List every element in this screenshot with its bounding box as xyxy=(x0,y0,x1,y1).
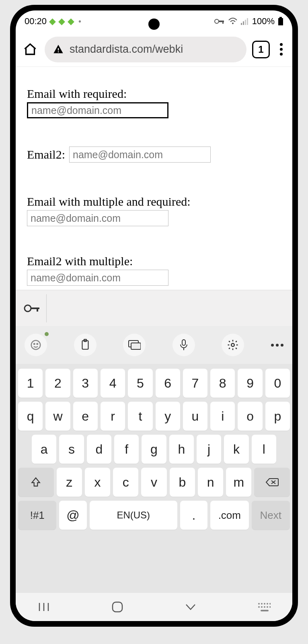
svg-point-24 xyxy=(232,343,235,347)
symbols-key[interactable]: !#1 xyxy=(18,501,56,530)
svg-point-36 xyxy=(258,606,260,608)
next-key[interactable]: Next xyxy=(252,501,290,530)
key-j[interactable]: j xyxy=(197,435,221,464)
notif-icon: ◆ xyxy=(68,16,74,27)
svg-rect-11 xyxy=(58,51,59,52)
svg-rect-14 xyxy=(37,308,38,312)
password-key-icon[interactable] xyxy=(22,298,42,318)
home-nav-button[interactable] xyxy=(105,601,129,613)
email-multiple-required-input[interactable] xyxy=(27,210,168,226)
clipboard-button[interactable] xyxy=(74,334,97,356)
key-1[interactable]: 1 xyxy=(18,369,43,398)
key-c[interactable]: c xyxy=(113,468,138,497)
dotcom-key[interactable]: .com xyxy=(210,501,248,530)
svg-rect-30 xyxy=(113,602,122,612)
key-u[interactable]: u xyxy=(183,402,207,431)
key-r[interactable]: r xyxy=(101,402,125,431)
key-7[interactable]: 7 xyxy=(183,369,207,398)
email-required-input[interactable] xyxy=(27,102,168,118)
key-2[interactable]: 2 xyxy=(45,369,70,398)
key-y[interactable]: y xyxy=(156,402,180,431)
password-suggest-bar xyxy=(16,290,292,326)
key-a[interactable]: a xyxy=(32,435,56,464)
menu-button[interactable] xyxy=(275,43,287,56)
space-key[interactable]: EN(US) xyxy=(90,501,177,530)
battery-icon xyxy=(278,17,283,26)
email2-input[interactable] xyxy=(69,147,211,163)
key-v[interactable]: v xyxy=(141,468,166,497)
period-key[interactable]: . xyxy=(180,501,207,530)
keyboard-switch-button[interactable] xyxy=(252,603,276,611)
key-4[interactable]: 4 xyxy=(101,369,125,398)
key-s[interactable]: s xyxy=(59,435,84,464)
tabs-button[interactable]: 1 xyxy=(252,41,270,58)
svg-point-16 xyxy=(34,343,35,345)
key-b[interactable]: b xyxy=(170,468,195,497)
key-t[interactable]: t xyxy=(128,402,152,431)
webpage-content: Email with required: Email2: Email with … xyxy=(16,67,292,290)
svg-point-31 xyxy=(258,603,260,605)
svg-rect-6 xyxy=(245,20,246,25)
key-e[interactable]: e xyxy=(73,402,98,431)
home-button[interactable] xyxy=(21,41,39,58)
svg-point-35 xyxy=(269,603,271,605)
recents-button[interactable] xyxy=(32,602,56,612)
key-f[interactable]: f xyxy=(114,435,139,464)
url-text: standardista.com/webki xyxy=(70,43,183,56)
back-button[interactable] xyxy=(179,603,203,611)
key-n[interactable]: n xyxy=(198,468,223,497)
svg-rect-41 xyxy=(261,610,269,611)
svg-point-40 xyxy=(269,606,271,608)
svg-rect-10 xyxy=(58,48,59,50)
front-camera xyxy=(148,19,160,30)
svg-rect-7 xyxy=(247,18,248,25)
key-5[interactable]: 5 xyxy=(128,369,152,398)
svg-rect-2 xyxy=(222,21,224,24)
toolbar-more-button[interactable] xyxy=(271,344,283,347)
field-label: Email with required: xyxy=(27,87,281,101)
field-label: Email with multiple and required: xyxy=(27,195,281,208)
key-0[interactable]: 0 xyxy=(265,369,290,398)
key-6[interactable]: 6 xyxy=(156,369,180,398)
key-h[interactable]: h xyxy=(169,435,194,464)
key-8[interactable]: 8 xyxy=(210,369,235,398)
browser-toolbar: standardista.com/webki 1 xyxy=(16,32,292,67)
svg-point-37 xyxy=(261,606,263,608)
key-l[interactable]: l xyxy=(252,435,276,464)
keyboard-mode-button[interactable] xyxy=(123,334,146,356)
url-bar[interactable]: standardista.com/webki xyxy=(45,37,246,62)
svg-rect-9 xyxy=(278,18,283,25)
svg-rect-4 xyxy=(241,23,242,25)
backspace-key[interactable] xyxy=(254,468,290,497)
key-o[interactable]: o xyxy=(238,402,262,431)
key-q[interactable]: q xyxy=(18,402,43,431)
shift-key[interactable] xyxy=(18,468,54,497)
svg-point-12 xyxy=(25,305,31,312)
svg-rect-22 xyxy=(182,340,185,345)
key-w[interactable]: w xyxy=(45,402,70,431)
at-key[interactable]: @ xyxy=(59,501,86,530)
vpn-icon xyxy=(214,18,225,25)
key-3[interactable]: 3 xyxy=(73,369,98,398)
settings-button[interactable] xyxy=(222,334,244,356)
key-g[interactable]: g xyxy=(142,435,166,464)
svg-point-34 xyxy=(267,603,268,605)
key-d[interactable]: d xyxy=(87,435,111,464)
email2-multiple-input[interactable] xyxy=(27,270,168,286)
key-i[interactable]: i xyxy=(210,402,235,431)
key-z[interactable]: z xyxy=(57,468,82,497)
notif-more-icon: • xyxy=(78,17,81,26)
svg-point-3 xyxy=(232,23,234,24)
key-m[interactable]: m xyxy=(226,468,251,497)
key-p[interactable]: p xyxy=(265,402,290,431)
emoji-button[interactable] xyxy=(25,334,47,356)
field-label: Email2 with multiple: xyxy=(27,254,281,268)
mic-button[interactable] xyxy=(172,334,195,356)
keyboard-toolbar xyxy=(16,326,292,364)
key-k[interactable]: k xyxy=(224,435,248,464)
android-nav-bar xyxy=(16,593,292,621)
key-9[interactable]: 9 xyxy=(238,369,262,398)
key-x[interactable]: x xyxy=(85,468,110,497)
svg-point-33 xyxy=(264,603,265,605)
not-secure-icon xyxy=(53,44,64,55)
